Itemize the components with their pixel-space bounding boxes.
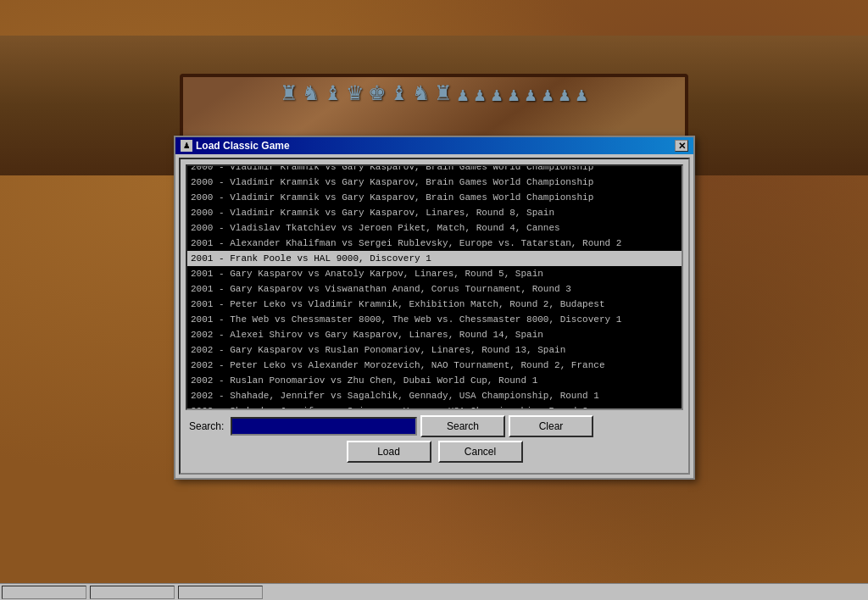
status-bar — [0, 583, 868, 600]
chess-piece-queen: ♛ — [346, 81, 364, 105]
game-list-item[interactable]: 2002 - Shahade, Jennifer vs Sagalchik, G… — [187, 388, 682, 403]
chess-piece-rook: ♜ — [280, 81, 298, 105]
game-list-item[interactable]: 2002 - Shahade, Jennifer vs Seirawan, Ya… — [187, 403, 682, 410]
chess-piece-knight: ♞ — [302, 81, 320, 105]
load-button[interactable]: Load — [347, 441, 431, 463]
game-list-item[interactable]: 2001 - Gary Kasparov vs Viswanathan Anan… — [187, 281, 682, 297]
game-list-items: 2000 - Vladimir Kramnik vs Alexei Shirov… — [187, 164, 682, 410]
game-list-item[interactable]: 2002 - Ruslan Ponomariov vs Zhu Chen, Du… — [187, 373, 682, 388]
chess-piece-pawn2: ♟ — [473, 86, 487, 105]
cancel-button[interactable]: Cancel — [438, 441, 523, 463]
game-list-item[interactable]: 2000 - Vladislav Tkatchiev vs Jeroen Pik… — [187, 220, 682, 236]
search-label: Search: — [189, 420, 227, 432]
chess-piece-pawn6: ♟ — [541, 86, 554, 105]
game-list-item[interactable]: 2000 - Vladimir Kramnik vs Gary Kasparov… — [187, 164, 682, 175]
clear-button[interactable]: Clear — [509, 415, 593, 437]
game-list-item[interactable]: 2001 - Peter Leko vs Vladimir Kramnik, E… — [187, 297, 682, 312]
game-list-item[interactable]: 2001 - Alexander Khalifman vs Sergei Rub… — [187, 236, 682, 251]
load-game-dialog: ♟ Load Classic Game ✕ 2000 - Vladimir Kr… — [174, 136, 695, 480]
chess-piece-king: ♚ — [368, 81, 387, 105]
chess-piece-bishop: ♝ — [324, 81, 342, 105]
dialog-content: 2000 - Vladimir Kramnik vs Alexei Shirov… — [179, 158, 690, 475]
game-list[interactable]: 2000 - Vladimir Kramnik vs Alexei Shirov… — [186, 164, 683, 410]
game-list-item[interactable]: 2000 - Vladimir Kramnik vs Gary Kasparov… — [187, 205, 682, 220]
game-list-item[interactable]: 2000 - Vladimir Kramnik vs Gary Kasparov… — [187, 190, 682, 205]
action-buttons: Load Cancel — [186, 441, 683, 468]
chess-piece-pawn4: ♟ — [507, 86, 520, 105]
chess-pieces: ♜ ♞ ♝ ♛ ♚ ♝ ♞ ♜ ♟ ♟ ♟ ♟ ♟ ♟ ♟ ♟ — [280, 81, 588, 105]
chess-piece-bishop2: ♝ — [390, 81, 409, 105]
dialog-icon: ♟ — [181, 140, 192, 152]
game-list-item[interactable]: 2002 - Gary Kasparov vs Ruslan Ponomario… — [187, 342, 682, 358]
dialog-close-button[interactable]: ✕ — [675, 140, 688, 152]
game-list-item[interactable]: 2002 - Alexei Shirov vs Gary Kasparov, L… — [187, 327, 682, 342]
game-list-item[interactable]: 2000 - Vladimir Kramnik vs Gary Kasparov… — [187, 175, 682, 190]
game-list-item[interactable]: 2002 - Peter Leko vs Alexander Morozevic… — [187, 358, 682, 373]
status-segment-3 — [178, 586, 263, 599]
search-row: Search: Search Clear — [186, 410, 683, 441]
chess-piece-pawn1: ♟ — [456, 86, 470, 105]
chess-piece-knight2: ♞ — [412, 81, 431, 105]
status-segment-1 — [2, 586, 86, 599]
game-list-item[interactable]: 2001 - The Web vs Chessmaster 8000, The … — [187, 312, 682, 327]
game-list-item[interactable]: 2001 - Frank Poole vs HAL 9000, Discover… — [187, 251, 682, 266]
dialog-title-bar: ♟ Load Classic Game ✕ — [175, 137, 693, 154]
dialog-title: Load Classic Game — [196, 140, 290, 152]
chess-piece-pawn3: ♟ — [490, 86, 504, 105]
chess-piece-pawn8: ♟ — [575, 86, 588, 105]
game-list-item[interactable]: 2001 - Gary Kasparov vs Anatoly Karpov, … — [187, 266, 682, 281]
search-input[interactable] — [231, 417, 417, 436]
chess-piece-rook2: ♜ — [434, 81, 453, 105]
status-segment-2 — [90, 586, 175, 599]
chess-piece-pawn5: ♟ — [524, 86, 537, 105]
chess-piece-pawn7: ♟ — [558, 86, 571, 105]
search-button[interactable]: Search — [420, 415, 505, 437]
